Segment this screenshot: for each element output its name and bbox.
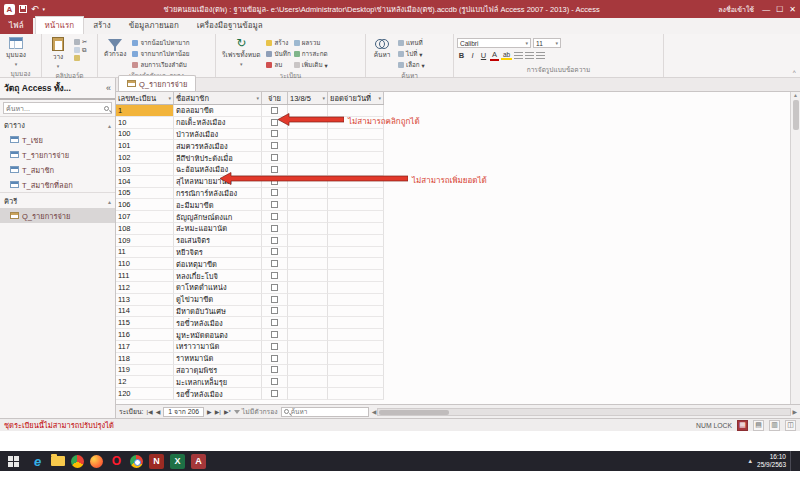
table-row[interactable]: 115รอขี่วหลังเมือง — [116, 317, 384, 329]
pay-checkbox[interactable] — [271, 272, 278, 279]
next-record-button[interactable]: ▶ — [207, 408, 212, 415]
cell-member-id[interactable]: 106 — [116, 199, 174, 211]
cell-member-id[interactable]: 114 — [116, 306, 174, 318]
cell-pay-date[interactable] — [288, 270, 328, 282]
tray-expand-icon[interactable]: ▲ — [747, 458, 753, 464]
collapse-nav-button[interactable]: « — [106, 83, 111, 93]
table-row[interactable]: 113ดูไข่วมาขีด — [116, 294, 384, 306]
align-left-icon[interactable] — [514, 52, 523, 59]
cell-member-id[interactable]: 101 — [116, 140, 174, 152]
totals-button[interactable]: ผลรวม — [294, 38, 328, 48]
cell-pay-date[interactable] — [288, 129, 328, 141]
font-size-select[interactable]: 11▾ — [533, 38, 561, 48]
table-row[interactable]: 119สอวาดุมพิชร — [116, 365, 384, 377]
cell-member-id[interactable]: 119 — [116, 365, 174, 377]
cell-member-name[interactable]: สะหมะแอมานัด — [174, 223, 262, 235]
show-desktop-button[interactable] — [790, 451, 794, 471]
tab-home[interactable]: หน้าแรก — [35, 16, 85, 34]
new-record-button[interactable]: สร้าง — [266, 38, 290, 48]
pay-checkbox[interactable] — [271, 237, 278, 244]
cell-member-name[interactable]: ต่อเหตุมาขีด — [174, 258, 262, 270]
hscroll-right-icon[interactable]: ▶ — [792, 408, 797, 415]
column-header-member-id[interactable]: เลขทะเบียน▾ — [116, 92, 174, 104]
sort-descending-button[interactable]: จากมากไปหาน้อย — [132, 49, 189, 59]
chrome-icon[interactable] — [130, 455, 143, 468]
pay-checkbox[interactable] — [271, 307, 278, 314]
cell-pay-date[interactable] — [288, 329, 328, 341]
cell-pay[interactable] — [262, 388, 288, 400]
tab-file[interactable]: ไฟล์ — [0, 17, 33, 34]
cell-pay-date[interactable] — [288, 152, 328, 164]
table-row[interactable]: 110ต่อเหตุมาขีด — [116, 258, 384, 270]
new-blank-record-button[interactable]: ▶* — [224, 408, 231, 415]
cell-pay-date[interactable] — [288, 247, 328, 259]
cell-member-id[interactable]: 103 — [116, 164, 174, 176]
cell-pay-date[interactable] — [288, 365, 328, 377]
remove-sort-button[interactable]: ลบการเรียงลำดับ — [132, 60, 189, 70]
cell-member-name[interactable]: สมควรหลังเมือง — [174, 140, 262, 152]
table-row[interactable]: 11หยีวจิตร — [116, 247, 384, 259]
cell-pay[interactable] — [262, 152, 288, 164]
sql-view-button[interactable]: ▥ — [769, 420, 780, 431]
pivot-view-button[interactable]: ▤ — [753, 420, 764, 431]
pay-checkbox[interactable] — [271, 142, 278, 149]
cell-member-name[interactable]: เหราวามานัด — [174, 341, 262, 353]
column-header-pay[interactable]: จ่าย — [262, 92, 288, 104]
save-icon[interactable] — [19, 5, 27, 13]
cell-pay[interactable] — [262, 140, 288, 152]
align-right-icon[interactable] — [536, 52, 545, 59]
cell-amount[interactable] — [328, 188, 384, 200]
filter-status-button[interactable]: ไม่มีตัวกรอง — [234, 406, 278, 417]
pay-checkbox[interactable] — [271, 378, 278, 385]
pay-checkbox[interactable] — [271, 119, 278, 126]
cell-pay-date[interactable] — [288, 188, 328, 200]
pay-checkbox[interactable] — [271, 319, 278, 326]
table-row[interactable]: 118ราหหมานัด — [116, 353, 384, 365]
cell-member-id[interactable]: 10 — [116, 117, 174, 129]
cell-member-name[interactable]: ลีถึข่าหิประดังเมื่อ — [174, 152, 262, 164]
cell-pay[interactable] — [262, 235, 288, 247]
cell-pay[interactable] — [262, 270, 288, 282]
table-row[interactable]: 108สะหมะแอมานัด — [116, 223, 384, 235]
cell-member-id[interactable]: 116 — [116, 329, 174, 341]
cell-pay[interactable] — [262, 376, 288, 388]
nav-item[interactable]: T_รายการจ่าย — [0, 147, 115, 162]
cell-pay-date[interactable] — [288, 294, 328, 306]
cell-member-id[interactable]: 107 — [116, 211, 174, 223]
cell-member-id[interactable]: 102 — [116, 152, 174, 164]
tab-database-tools[interactable]: เครื่องมือฐานข้อมูล — [188, 17, 272, 34]
delete-record-button[interactable]: ลบ — [266, 60, 290, 70]
cell-pay-date[interactable] — [288, 353, 328, 365]
cell-member-id[interactable]: 118 — [116, 353, 174, 365]
pay-checkbox[interactable] — [271, 201, 278, 208]
goto-button[interactable]: ไปที่ ▾ — [398, 49, 425, 59]
cell-member-name[interactable]: ดูไข่วมาขีด — [174, 294, 262, 306]
cell-pay[interactable] — [262, 353, 288, 365]
vertical-scrollbar[interactable]: ▲ — [790, 92, 800, 404]
pay-checkbox[interactable] — [271, 225, 278, 232]
qat-dropdown-icon[interactable]: ▾ — [43, 6, 46, 12]
pay-checkbox[interactable] — [271, 154, 278, 161]
cell-pay[interactable] — [262, 211, 288, 223]
cell-amount[interactable] — [328, 282, 384, 294]
table-row[interactable]: 106อะมีมมาขีด — [116, 199, 384, 211]
table-row[interactable]: 105กรรณิการ์หลังเมือง — [116, 188, 384, 200]
table-row[interactable]: 111หลงเกี๋ยะโบจิ — [116, 270, 384, 282]
cell-amount[interactable] — [328, 353, 384, 365]
cell-member-name[interactable]: ธัญญลักษณ์ดงแก — [174, 211, 262, 223]
cell-member-id[interactable]: 1 — [116, 105, 174, 117]
last-record-button[interactable]: ▶| — [215, 408, 221, 415]
cell-amount[interactable] — [328, 199, 384, 211]
cell-pay[interactable] — [262, 223, 288, 235]
design-view-button[interactable]: ◫ — [785, 420, 796, 431]
cell-pay[interactable] — [262, 258, 288, 270]
highlight-button[interactable]: ab — [501, 51, 512, 60]
table-row[interactable]: 120รอขี้วหลังเมือง — [116, 388, 384, 400]
horizontal-scrollbar[interactable] — [377, 408, 791, 416]
tab-create[interactable]: สร้าง — [84, 17, 120, 34]
cell-member-id[interactable]: 113 — [116, 294, 174, 306]
cell-amount[interactable] — [328, 258, 384, 270]
undo-icon[interactable]: ↶ — [31, 5, 39, 14]
pay-checkbox[interactable] — [271, 213, 278, 220]
font-family-select[interactable]: Calibri▾ — [457, 38, 531, 48]
